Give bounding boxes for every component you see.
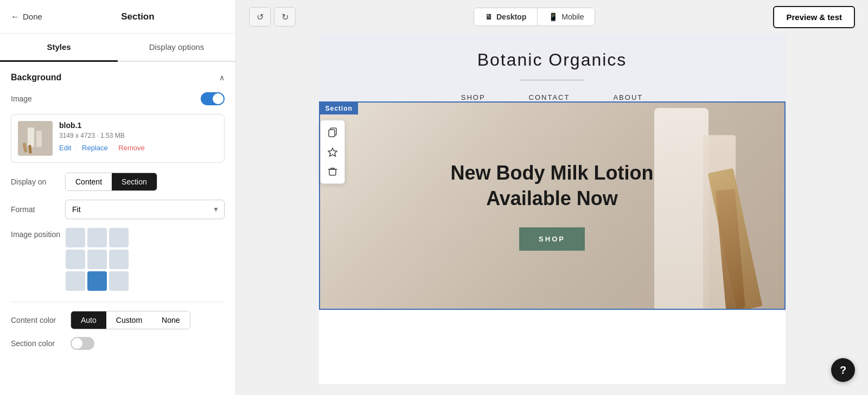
left-panel: ← Done Section Styles Display options Ba… bbox=[0, 0, 236, 395]
image-replace-link[interactable]: Replace bbox=[82, 144, 108, 152]
position-cell-6[interactable] bbox=[66, 271, 85, 291]
image-label: Image bbox=[11, 94, 32, 103]
display-on-row: Display on Content Section bbox=[11, 173, 225, 191]
section-color-row: Section color bbox=[11, 337, 225, 350]
svg-rect-0 bbox=[18, 121, 53, 156]
favorite-toolbar-button[interactable] bbox=[323, 142, 342, 162]
svg-marker-7 bbox=[328, 148, 337, 156]
desktop-view-button[interactable]: 🖥 Desktop bbox=[474, 8, 537, 26]
hero-content: New Body Milk Lotion Available Now SHOP bbox=[451, 161, 654, 251]
website-preview: Botanic Organics SHOP CONTACT ABOUT Sect… bbox=[319, 34, 786, 384]
background-section-header: Background ∧ bbox=[11, 73, 225, 82]
panel-content: Background ∧ Image blob.1 bbox=[0, 62, 235, 395]
content-color-toggle: Auto Custom None bbox=[71, 311, 190, 329]
back-arrow-icon: ← bbox=[11, 12, 20, 22]
position-cell-5[interactable] bbox=[109, 250, 129, 269]
panel-top-bar: ← Done Section bbox=[0, 0, 235, 34]
delete-toolbar-button[interactable] bbox=[323, 162, 342, 181]
content-color-auto[interactable]: Auto bbox=[71, 311, 106, 329]
display-on-label: Display on bbox=[11, 177, 60, 186]
undo-redo-controls: ↺ ↻ bbox=[249, 7, 296, 27]
hero-section-wrapper: Section bbox=[319, 101, 786, 310]
image-position-grid bbox=[66, 228, 129, 291]
right-panel: ↺ ↻ 🖥 Desktop 📱 Mobile Preview & test Bo… bbox=[236, 0, 868, 395]
background-title: Background bbox=[11, 73, 61, 82]
format-select[interactable]: Fit Fill Tile Stretch bbox=[65, 200, 225, 219]
view-mode-toggle: 🖥 Desktop 📱 Mobile bbox=[474, 8, 595, 26]
collapse-icon[interactable]: ∧ bbox=[219, 73, 225, 82]
nav-about[interactable]: ABOUT bbox=[613, 93, 643, 101]
section-label-tag[interactable]: Section bbox=[320, 103, 358, 114]
divider bbox=[11, 302, 225, 302]
site-header: Botanic Organics SHOP CONTACT ABOUT bbox=[319, 34, 786, 101]
preview-area: Botanic Organics SHOP CONTACT ABOUT Sect… bbox=[236, 34, 868, 395]
image-filename: blob.1 bbox=[59, 121, 218, 130]
panel-title: Section bbox=[51, 11, 225, 22]
tab-display-options[interactable]: Display options bbox=[118, 34, 235, 62]
position-cell-0[interactable] bbox=[66, 228, 85, 247]
display-on-section[interactable]: Section bbox=[112, 173, 157, 190]
bottle-deco bbox=[654, 108, 709, 309]
panel-tabs: Styles Display options bbox=[0, 34, 235, 62]
position-cell-2[interactable] bbox=[109, 228, 129, 247]
position-cell-3[interactable] bbox=[66, 250, 85, 269]
logo-divider bbox=[520, 80, 585, 80]
svg-rect-8 bbox=[329, 169, 336, 175]
mobile-view-button[interactable]: 📱 Mobile bbox=[538, 8, 595, 26]
done-button[interactable]: ← Done bbox=[11, 12, 42, 22]
done-label: Done bbox=[23, 12, 42, 21]
image-toggle[interactable] bbox=[201, 92, 225, 105]
content-color-row: Content color Auto Custom None bbox=[11, 311, 225, 329]
copy-toolbar-button[interactable] bbox=[323, 123, 342, 142]
image-position-label: Image position bbox=[11, 228, 60, 239]
image-meta: 3149 x 4723 · 1.53 MB bbox=[59, 132, 218, 139]
format-row: Format Fit Fill Tile Stretch ▼ bbox=[11, 200, 225, 219]
help-button[interactable]: ? bbox=[831, 358, 855, 382]
image-actions: Edit · Replace · Remove bbox=[59, 144, 218, 152]
mobile-icon: 📱 bbox=[548, 12, 558, 21]
site-nav: SHOP CONTACT ABOUT bbox=[341, 93, 764, 101]
section-color-label: Section color bbox=[11, 339, 65, 348]
image-thumbnail bbox=[18, 121, 53, 156]
undo-button[interactable]: ↺ bbox=[249, 7, 271, 27]
nav-shop[interactable]: SHOP bbox=[461, 93, 486, 101]
svg-rect-6 bbox=[329, 130, 335, 137]
tab-styles[interactable]: Styles bbox=[0, 34, 118, 62]
content-color-label: Content color bbox=[11, 316, 65, 324]
image-toggle-row: Image bbox=[11, 92, 225, 105]
floating-toolbar bbox=[320, 120, 345, 184]
content-color-custom[interactable]: Custom bbox=[106, 311, 152, 329]
image-card: blob.1 3149 x 4723 · 1.53 MB Edit · Repl… bbox=[11, 114, 225, 163]
hero-cta-button[interactable]: SHOP bbox=[519, 227, 585, 251]
format-label: Format bbox=[11, 205, 60, 214]
position-cell-4[interactable] bbox=[87, 250, 107, 269]
right-top-bar: ↺ ↻ 🖥 Desktop 📱 Mobile Preview & test bbox=[236, 0, 868, 34]
hero-section: New Body Milk Lotion Available Now SHOP bbox=[320, 103, 784, 309]
site-logo: Botanic Organics bbox=[341, 50, 764, 70]
display-on-content[interactable]: Content bbox=[66, 173, 112, 190]
image-remove-link[interactable]: Remove bbox=[118, 144, 144, 152]
position-cell-8[interactable] bbox=[109, 271, 129, 291]
desktop-icon: 🖥 bbox=[485, 12, 493, 21]
hero-title: New Body Milk Lotion Available Now bbox=[451, 161, 654, 212]
image-info: blob.1 3149 x 4723 · 1.53 MB Edit · Repl… bbox=[59, 121, 218, 152]
redo-button[interactable]: ↻ bbox=[274, 7, 296, 27]
position-cell-7[interactable] bbox=[87, 271, 107, 291]
image-position-row: Image position bbox=[11, 228, 225, 291]
content-color-none[interactable]: None bbox=[152, 311, 189, 329]
nav-contact[interactable]: CONTACT bbox=[529, 93, 570, 101]
image-edit-link[interactable]: Edit bbox=[59, 144, 71, 152]
position-cell-1[interactable] bbox=[87, 228, 107, 247]
format-select-wrapper: Fit Fill Tile Stretch ▼ bbox=[65, 200, 225, 219]
section-color-toggle[interactable] bbox=[71, 337, 94, 350]
svg-rect-2 bbox=[36, 131, 42, 147]
preview-test-button[interactable]: Preview & test bbox=[773, 6, 855, 28]
display-on-toggle: Content Section bbox=[65, 173, 157, 191]
svg-rect-1 bbox=[28, 128, 34, 147]
